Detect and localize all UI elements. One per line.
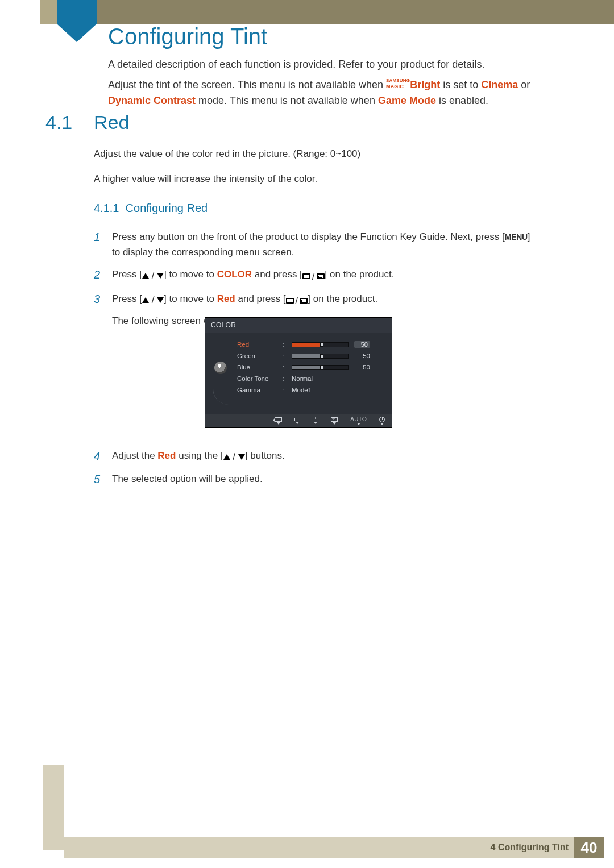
osd-row-blue: Blue : 50 — [237, 362, 385, 373]
back-icon — [275, 417, 282, 422]
osd-btn-enter[interactable] — [331, 417, 338, 425]
header-accent-white — [0, 0, 40, 24]
cinema-text: Cinema — [481, 79, 518, 90]
intro-line3-mid: mode. This menu is not available when — [196, 95, 378, 106]
footer-text: 4 Configuring Tint — [491, 842, 574, 853]
samsung-magic-icon: SAMSUNGMAGIC — [386, 78, 410, 89]
step3-c: and press [ — [235, 293, 286, 304]
osd-body: Red : 50 Green : 50 Blue : — [205, 333, 392, 414]
step3-b: ] to move to — [164, 293, 217, 304]
section-number: 4.1 — [45, 111, 72, 134]
up-down-icon: / — [223, 449, 245, 464]
intro-line2-text: Adjust the tint of the screen. This menu… — [108, 79, 386, 90]
osd-label: Gamma — [237, 387, 277, 393]
enter-icon — [331, 417, 338, 422]
step2-c: and press [ — [252, 269, 302, 280]
osd-label: Red — [237, 341, 277, 348]
step4-c: ] buttons. — [245, 450, 285, 461]
osd-label: Blue — [237, 364, 277, 371]
intro-line3-end: is enabled. — [436, 95, 488, 106]
step2-a: Press [ — [112, 269, 142, 280]
osd-button-bar: AUTO — [205, 414, 392, 427]
step4-a: Adjust the — [112, 450, 157, 461]
colon: : — [283, 387, 286, 393]
power-icon — [379, 417, 385, 422]
chapter-tab-triangle — [57, 24, 97, 42]
step1-a: Press any button on the front of the pro… — [112, 231, 505, 242]
osd-row-gamma: Gamma : Mode1 — [237, 384, 385, 396]
step5-text: The selected option will be applied. — [112, 474, 263, 484]
intro-line2: Adjust the tint of the screen. This menu… — [108, 77, 540, 109]
osd-icon-column — [210, 339, 231, 405]
up-down-icon: / — [142, 268, 164, 283]
dynamic-contrast-text: Dynamic Contrast — [108, 95, 196, 106]
gamemode-link[interactable]: Game Mode — [378, 95, 436, 106]
osd-value: 50 — [354, 341, 370, 348]
step3-a: Press [ — [112, 293, 142, 304]
osd-slider-blue[interactable] — [292, 365, 349, 370]
steps-list-2: 4 Adjust the Red using the [ / ] buttons… — [94, 448, 540, 487]
plus-icon — [313, 418, 318, 421]
minus-icon — [294, 418, 300, 421]
colon: : — [283, 375, 286, 382]
colon: : — [283, 364, 286, 371]
header-accent-mid — [40, 0, 57, 24]
subsection-heading: 4.1.1 Configuring Red — [94, 200, 540, 217]
steps-list: 1 Press any button on the front of the p… — [94, 229, 540, 329]
section-p2: A higher value will increase the intensi… — [94, 172, 540, 186]
osd-btn-auto[interactable]: AUTO — [350, 417, 367, 425]
page: Configuring Tint A detailed description … — [0, 0, 614, 868]
osd-value: 50 — [354, 352, 370, 359]
up-down-icon: / — [142, 292, 164, 308]
osd-slider-red[interactable] — [292, 342, 349, 347]
page-number: 40 — [574, 837, 604, 858]
step-num: 5 — [94, 470, 100, 488]
osd-row-red: Red : 50 — [237, 339, 385, 350]
osd-row-green: Green : 50 — [237, 350, 385, 362]
step-4: 4 Adjust the Red using the [ / ] buttons… — [94, 448, 540, 464]
osd-label: Color Tone — [237, 375, 277, 382]
section-title: Red — [94, 111, 129, 134]
step-num: 1 — [94, 228, 100, 246]
palette-icon — [214, 362, 227, 374]
left-rail-accent — [43, 765, 64, 850]
red-text: Red — [217, 293, 235, 304]
step3-d: ] on the product. — [308, 293, 377, 304]
step-num: 4 — [94, 447, 100, 465]
osd-btn-power[interactable] — [379, 417, 385, 425]
step2-b: ] to move to — [164, 269, 217, 280]
chapter-title: Configuring Tint — [108, 24, 267, 49]
curve-decoration — [213, 373, 229, 405]
colon: : — [283, 341, 286, 348]
source-enter-icon: / — [302, 269, 325, 284]
osd-btn-back[interactable] — [275, 417, 282, 425]
footer-bar: 4 Configuring Tint 40 — [64, 837, 604, 858]
osd-slider-green[interactable] — [292, 354, 349, 359]
osd-title: COLOR — [205, 318, 392, 333]
osd-btn-minus[interactable] — [294, 418, 300, 424]
colon: : — [283, 352, 286, 359]
section-body: Adjust the value of the color red in the… — [94, 147, 540, 335]
intro-block: A detailed description of each function … — [108, 57, 540, 114]
step-5: 5 The selected option will be applied. — [94, 471, 540, 487]
bright-link[interactable]: Bright — [410, 79, 440, 90]
step-num: 2 — [94, 265, 100, 284]
osd-rows: Red : 50 Green : 50 Blue : — [237, 339, 385, 405]
source-enter-icon: / — [286, 293, 308, 308]
menu-button-label: MENU — [505, 232, 528, 242]
osd-panel: COLOR Red : 50 Green : — [205, 317, 392, 428]
osd-row-colortone: Color Tone : Normal — [237, 373, 385, 384]
color-text: COLOR — [217, 269, 252, 280]
subsection-number: 4.1.1 — [94, 202, 119, 214]
chapter-tab — [57, 0, 97, 24]
steps-continued: 4 Adjust the Red using the [ / ] buttons… — [94, 448, 540, 493]
auto-label: AUTO — [350, 417, 367, 422]
intro-line2-mid: is set to — [440, 79, 481, 90]
intro-or: or — [518, 79, 530, 90]
osd-value: Normal — [292, 375, 313, 382]
step-2: 2 Press [ / ] to move to COLOR and press… — [94, 267, 540, 284]
step-num: 3 — [94, 290, 100, 308]
osd: COLOR Red : 50 Green : — [205, 317, 392, 428]
osd-btn-plus[interactable] — [313, 418, 318, 424]
osd-label: Green — [237, 352, 277, 359]
